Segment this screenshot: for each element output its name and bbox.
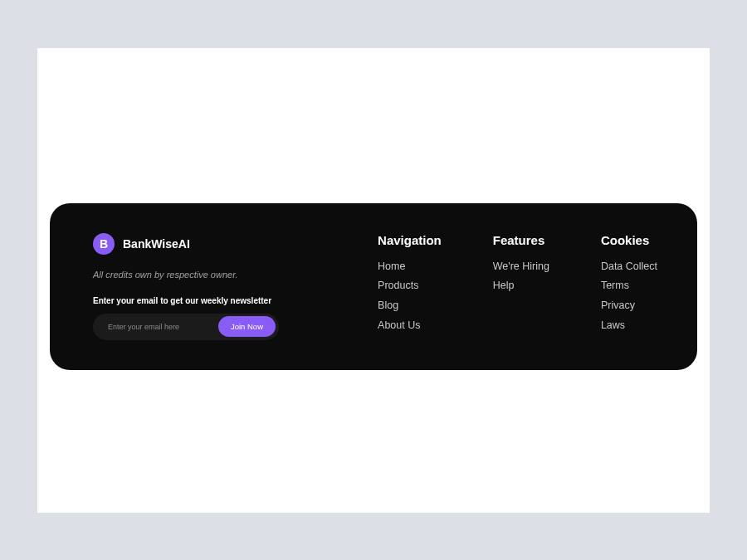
- footer-col-navigation: Navigation Home Products Blog About Us: [378, 233, 442, 340]
- footer-col-features: Features We're Hiring Help: [493, 233, 549, 340]
- email-pill: Join Now: [93, 314, 279, 340]
- brand-name: BankWiseAI: [123, 237, 190, 251]
- nav-link-blog[interactable]: Blog: [378, 296, 442, 316]
- col-title-navigation: Navigation: [378, 233, 442, 247]
- footer-columns: Navigation Home Products Blog About Us F…: [378, 233, 657, 340]
- credits-text: All credits own by respective owner.: [93, 270, 279, 280]
- footer-left: B BankWiseAI All credits own by respecti…: [93, 233, 279, 340]
- logo-icon: B: [93, 233, 115, 255]
- col-title-cookies: Cookies: [601, 233, 657, 247]
- join-now-button[interactable]: Join Now: [218, 316, 276, 337]
- nav-link-home[interactable]: Home: [378, 257, 442, 277]
- page-canvas: B BankWiseAI All credits own by respecti…: [37, 48, 710, 513]
- nav-link-about-us[interactable]: About Us: [378, 316, 442, 336]
- newsletter-label: Enter your email to get our weekly newsl…: [93, 296, 279, 305]
- footer-col-cookies: Cookies Data Collect Terms Privacy Laws: [601, 233, 657, 340]
- nav-link-privacy[interactable]: Privacy: [601, 296, 657, 316]
- nav-link-data-collect[interactable]: Data Collect: [601, 257, 657, 277]
- nav-link-help[interactable]: Help: [493, 276, 549, 296]
- nav-link-products[interactable]: Products: [378, 276, 442, 296]
- nav-link-terms[interactable]: Terms: [601, 276, 657, 296]
- logo-row: B BankWiseAI: [93, 233, 279, 255]
- email-input[interactable]: [108, 323, 218, 331]
- nav-link-hiring[interactable]: We're Hiring: [493, 257, 549, 277]
- footer: B BankWiseAI All credits own by respecti…: [50, 203, 697, 370]
- nav-link-laws[interactable]: Laws: [601, 316, 657, 336]
- col-title-features: Features: [493, 233, 549, 247]
